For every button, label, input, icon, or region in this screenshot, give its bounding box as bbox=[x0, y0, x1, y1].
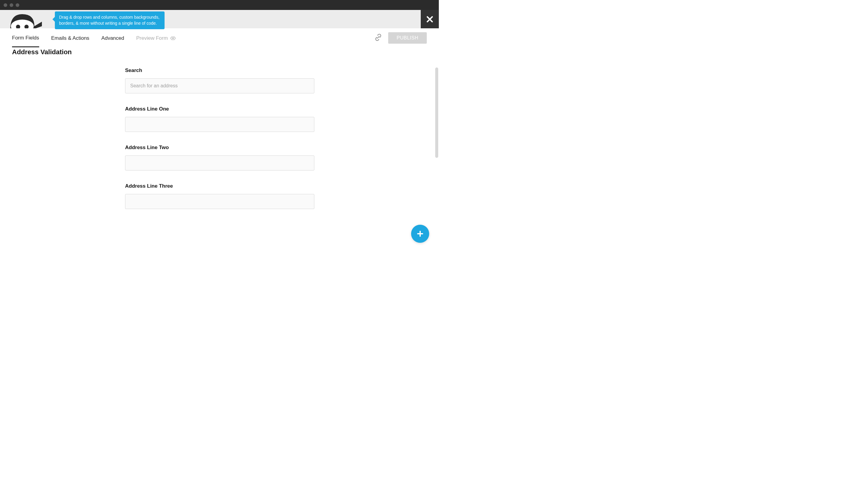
field-block-addr1: Address Line One bbox=[125, 106, 314, 132]
link-button[interactable] bbox=[374, 34, 382, 42]
field-label: Search bbox=[125, 68, 314, 74]
address-line-one-input[interactable] bbox=[125, 117, 314, 132]
content-scroll: Search Address Line One Address Line Two… bbox=[0, 68, 439, 246]
add-field-fab[interactable] bbox=[411, 225, 429, 243]
window-titlebar bbox=[0, 0, 439, 10]
tab-label: Form Fields bbox=[12, 35, 39, 41]
form-area: Search Address Line One Address Line Two… bbox=[125, 68, 314, 209]
window-dot bbox=[10, 3, 13, 7]
tabs-group: Form Fields Emails & Actions Advanced Pr… bbox=[12, 29, 176, 47]
svg-point-3 bbox=[172, 38, 173, 39]
tooltip-text: Drag & drop rows and columns, custom bac… bbox=[59, 15, 160, 25]
tab-advanced[interactable]: Advanced bbox=[101, 29, 124, 47]
tab-preview-form[interactable]: Preview Form bbox=[136, 29, 176, 47]
window-dot bbox=[4, 3, 7, 7]
field-label: Address Line Two bbox=[125, 145, 314, 151]
app-logo bbox=[7, 10, 50, 28]
tab-form-fields[interactable]: Form Fields bbox=[12, 29, 39, 47]
field-block-addr2: Address Line Two bbox=[125, 145, 314, 170]
link-icon bbox=[374, 34, 382, 41]
eye-icon bbox=[170, 36, 176, 40]
field-block-search: Search bbox=[125, 68, 314, 93]
tab-label: Preview Form bbox=[136, 35, 168, 41]
page-title: Address Validation bbox=[0, 48, 439, 56]
publish-button[interactable]: PUBLISH bbox=[388, 32, 427, 44]
plus-icon bbox=[417, 230, 424, 238]
field-block-addr3: Address Line Three bbox=[125, 183, 314, 209]
publish-label: PUBLISH bbox=[396, 35, 418, 40]
address-line-three-input[interactable] bbox=[125, 194, 314, 209]
window-dot bbox=[16, 3, 19, 7]
promo-tooltip: Drag & drop rows and columns, custom bac… bbox=[55, 12, 165, 29]
close-icon bbox=[426, 16, 433, 23]
tab-label: Emails & Actions bbox=[51, 35, 90, 41]
field-label: Address Line Three bbox=[125, 183, 314, 189]
search-input[interactable] bbox=[125, 78, 314, 93]
tab-emails-actions[interactable]: Emails & Actions bbox=[51, 29, 90, 47]
close-button[interactable] bbox=[421, 10, 439, 28]
tabbar-actions: PUBLISH bbox=[374, 32, 427, 44]
tab-label: Advanced bbox=[101, 35, 124, 41]
field-label: Address Line One bbox=[125, 106, 314, 112]
address-line-two-input[interactable] bbox=[125, 155, 314, 170]
tab-bar: Form Fields Emails & Actions Advanced Pr… bbox=[0, 28, 439, 48]
ninja-logo-icon bbox=[7, 11, 43, 28]
